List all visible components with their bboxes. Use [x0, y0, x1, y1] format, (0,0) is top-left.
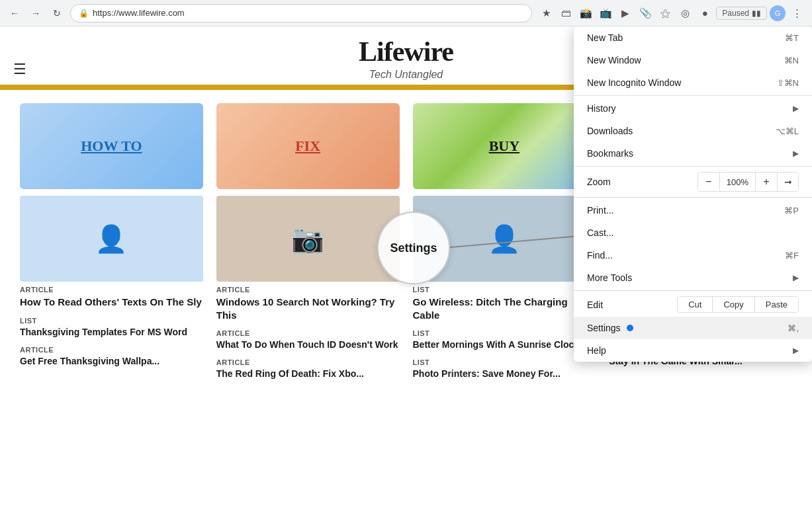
small-type-1b: ARTICLE [216, 358, 400, 366]
back-button[interactable]: ← [7, 5, 23, 21]
small-type-1a: ARTICLE [216, 329, 400, 337]
category-fix[interactable]: FIX [216, 103, 400, 189]
dropdown-menu: New Tab ⌘T New Window ⌘N New Incognito W… [574, 26, 812, 362]
menu-item-bookmarks[interactable]: Bookmarks ▶ [574, 142, 812, 165]
settings-bubble: Settings [377, 212, 450, 284]
zoom-minus-button[interactable]: − [698, 173, 719, 191]
shortcut-new-tab: ⌘T [785, 33, 799, 43]
menu-item-cast[interactable]: Cast... [574, 222, 812, 244]
refresh-button[interactable]: ↻ [49, 5, 65, 21]
browser-actions: ★ 🗃 📸 📺 ▶ 📎 ⚝ ◎ ● Paused ▮▮ G ⋮ [537, 5, 805, 22]
url-bar[interactable]: 🔒 https://www.lifewire.com [70, 4, 532, 22]
article-card-main-0[interactable]: 👤 ARTICLE How To Read Others' Texts On T… [20, 196, 203, 309]
zoom-controls: − 100% + ➞ [698, 172, 799, 192]
settings-bubble-label: Settings [390, 241, 437, 255]
ext3-icon[interactable]: ▶ [617, 5, 634, 22]
ext2-icon[interactable]: 📺 [597, 5, 614, 22]
small-title-0a: Thanksgiving Templates For MS Word [20, 326, 203, 338]
article-type-0: ARTICLE [20, 286, 203, 294]
paused-button[interactable]: Paused ▮▮ [716, 7, 767, 20]
avatar[interactable]: G [770, 5, 786, 21]
pocket-icon[interactable]: 🗃 [557, 5, 574, 22]
article-title-2: Go Wireless: Ditch The Charging Cable [413, 296, 596, 321]
category-how-to[interactable]: HOW TO [20, 103, 203, 189]
divider-4 [574, 290, 812, 291]
article-thumb-1: 📷 [216, 196, 400, 282]
pause-icon: ▮▮ [752, 9, 761, 18]
more-tools-arrow-icon: ▶ [793, 273, 799, 282]
menu-label-new-tab: New Tab [587, 32, 623, 43]
zoom-label: Zoom [587, 177, 698, 187]
cat-label-buy: BUY [489, 138, 519, 155]
article-card-small-2a[interactable]: LIST Better Mornings With A Sunrise Cloc… [413, 329, 596, 350]
menu-label-new-incognito: New Incognito Window [587, 77, 681, 88]
shortcut-settings: ⌘, [788, 323, 799, 333]
menu-label-cast: Cast... [587, 227, 613, 238]
help-arrow-icon: ▶ [793, 346, 799, 355]
menu-item-more-tools[interactable]: More Tools ▶ [574, 266, 812, 289]
edit-row: Edit Cut Copy Paste [574, 292, 812, 317]
menu-item-find[interactable]: Find... ⌘F [574, 244, 812, 266]
small-title-1a: What To Do When Touch ID Doesn't Work [216, 339, 400, 350]
cat-label-fix: FIX [295, 138, 320, 155]
menu-label-help: Help [587, 345, 606, 356]
copy-button[interactable]: Copy [712, 297, 754, 312]
cat-label-how-to: HOW TO [81, 138, 142, 155]
menu-label-more-tools: More Tools [587, 272, 632, 283]
article-title-0: How To Read Others' Texts On The Sly [20, 296, 203, 309]
small-type-0b: ARTICLE [20, 346, 203, 354]
history-arrow-icon: ▶ [793, 104, 799, 113]
shortcut-downloads: ⌥⌘L [776, 126, 799, 136]
bookmarks-arrow-icon: ▶ [793, 149, 799, 158]
paste-button[interactable]: Paste [754, 297, 798, 312]
ext1-icon[interactable]: 📸 [577, 5, 594, 22]
ext6-icon[interactable]: ◎ [676, 5, 694, 22]
hamburger-menu[interactable]: ☰ [13, 61, 26, 78]
category-buy[interactable]: BUY [413, 103, 596, 189]
small-title-0b: Get Free Thanksgiving Wallpa... [20, 355, 203, 367]
settings-dot [627, 325, 633, 331]
divider-2 [574, 166, 812, 167]
shortcut-find: ⌘F [785, 251, 799, 261]
menu-item-settings[interactable]: Settings ⌘, [574, 317, 812, 339]
cut-button[interactable]: Cut [678, 297, 712, 312]
article-card-small-1b[interactable]: ARTICLE The Red Ring Of Death: Fix Xbo..… [216, 358, 400, 380]
article-col-1: FIX 📷 ARTICLE Windows 10 Search Not Work… [210, 103, 406, 387]
small-title-2b: Photo Printers: Save Money For... [413, 368, 596, 380]
ext5-icon[interactable]: ⚝ [656, 5, 674, 22]
article-card-main-1[interactable]: 📷 ARTICLE Windows 10 Search Not Working?… [216, 196, 400, 321]
menu-label-find: Find... [587, 250, 613, 261]
zoom-fullscreen-button[interactable]: ➞ [777, 173, 798, 191]
article-card-small-0b[interactable]: ARTICLE Get Free Thanksgiving Wallpa... [20, 346, 203, 367]
edit-label: Edit [587, 300, 677, 310]
page-content: ☰ Lifewire Tech Untangled HOW TO 👤 ARTIC… [0, 26, 812, 529]
shortcut-new-incognito: ⇧⌘N [777, 78, 799, 88]
menu-label-downloads: Downloads [587, 126, 633, 136]
menu-item-print[interactable]: Print... ⌘P [574, 199, 812, 222]
article-type-2: LIST [413, 286, 596, 294]
menu-item-new-incognito[interactable]: New Incognito Window ⇧⌘N [574, 71, 812, 94]
menu-label-history: History [587, 103, 616, 114]
menu-item-help[interactable]: Help ▶ [574, 339, 812, 362]
article-card-small-2b[interactable]: LIST Photo Printers: Save Money For... [413, 358, 596, 380]
zoom-row: Zoom − 100% + ➞ [574, 168, 812, 196]
article-card-small-0a[interactable]: LIST Thanksgiving Templates For MS Word [20, 317, 203, 338]
small-title-1b: The Red Ring Of Death: Fix Xbo... [216, 368, 400, 380]
menu-item-new-window[interactable]: New Window ⌘N [574, 49, 812, 71]
menu-item-history[interactable]: History ▶ [574, 97, 812, 120]
ext4-icon[interactable]: 📎 [637, 5, 654, 22]
forward-button[interactable]: → [28, 5, 44, 21]
small-type-2a: LIST [413, 329, 596, 337]
menu-item-downloads[interactable]: Downloads ⌥⌘L [574, 120, 812, 142]
star-icon[interactable]: ★ [537, 5, 555, 22]
divider-3 [574, 197, 812, 198]
small-type-0a: LIST [20, 317, 203, 325]
menu-label-settings: Settings [587, 323, 633, 333]
zoom-plus-button[interactable]: + [756, 173, 777, 191]
menu-item-new-tab[interactable]: New Tab ⌘T [574, 26, 812, 49]
ext7-icon[interactable]: ● [696, 5, 713, 22]
edit-buttons: Cut Copy Paste [677, 296, 799, 313]
shortcut-print: ⌘P [784, 206, 799, 216]
menu-icon[interactable]: ⋮ [788, 5, 805, 22]
article-card-small-1a[interactable]: ARTICLE What To Do When Touch ID Doesn't… [216, 329, 400, 350]
